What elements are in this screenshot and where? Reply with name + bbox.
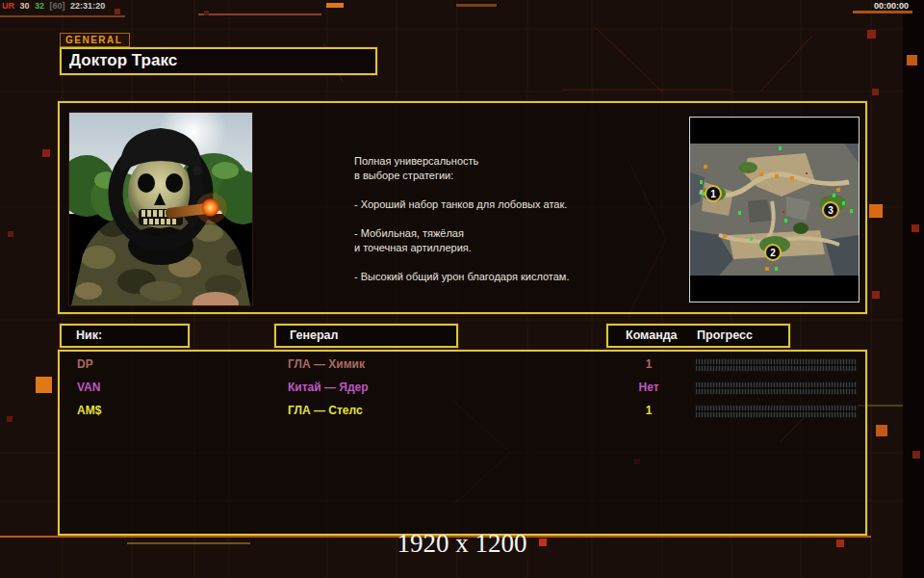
player-list-panel: DP ГЛА — Химик 1 VAN Китай — Ядер Нет AM… bbox=[58, 350, 867, 536]
player-general: ГЛА — Стелс bbox=[288, 404, 363, 417]
team-header-label: Команда bbox=[626, 328, 678, 342]
tab-general[interactable]: GENERAL bbox=[60, 33, 130, 47]
description-paragraph: Полная универсальность в выборе стратеги… bbox=[354, 154, 672, 183]
portrait-art bbox=[69, 113, 252, 305]
description-line: - Мобильная, тяжёлая bbox=[354, 227, 464, 239]
overlay-cap: [60] bbox=[50, 1, 65, 11]
description-line: Полная универсальность bbox=[354, 155, 478, 167]
player-row[interactable]: AM$ ГЛА — Стелс 1 bbox=[60, 400, 865, 423]
general-description: Полная универсальность в выборе стратеги… bbox=[354, 154, 672, 299]
player-nick: AM$ bbox=[77, 404, 101, 417]
description-paragraph: - Высокий общий урон благодаря кислотам. bbox=[354, 270, 672, 284]
overlay-value: 32 bbox=[35, 1, 44, 11]
page-title: Доктор Тракс bbox=[69, 51, 177, 70]
fps-clock-overlay: UR 30 32 [60] 22:31:20 bbox=[2, 1, 108, 11]
column-header-nick: Ник: bbox=[60, 324, 190, 348]
player-row[interactable]: VAN Китай — Ядер Нет bbox=[60, 377, 865, 400]
map-preview-art: 1 2 3 bbox=[690, 144, 859, 276]
general-header-label: Генерал bbox=[290, 328, 338, 342]
map-marker-2: 2 bbox=[770, 248, 776, 258]
overlay-clock: 22:31:20 bbox=[70, 1, 105, 11]
map-marker-3: 3 bbox=[828, 205, 834, 216]
description-paragraph: - Мобильная, тяжёлая и точечная артиллер… bbox=[354, 226, 672, 255]
general-profile-panel: Полная универсальность в выборе стратеги… bbox=[58, 101, 867, 314]
resolution-label: 1920 x 1200 bbox=[0, 529, 924, 559]
player-general: ГЛА — Химик bbox=[288, 357, 365, 371]
column-header-general: Генерал bbox=[274, 324, 458, 348]
description-paragraph: - Хороший набор танков для лобовых атак. bbox=[354, 197, 672, 212]
description-line: - Хороший набор танков для лобовых атак. bbox=[354, 198, 567, 210]
general-title-box: Доктор Тракс bbox=[60, 47, 377, 75]
game-screen: UR 30 32 [60] 22:31:20 00:00:00 GENERAL … bbox=[0, 0, 924, 578]
general-portrait bbox=[68, 112, 253, 306]
player-team: 1 bbox=[620, 404, 678, 417]
player-nick: DP bbox=[77, 357, 93, 371]
player-progress-bar bbox=[695, 381, 858, 395]
progress-header-label: Прогресс bbox=[697, 328, 753, 342]
description-line: и точечная артиллерия. bbox=[354, 242, 472, 253]
player-team: Нет bbox=[620, 381, 678, 394]
nick-header-label: Ник: bbox=[76, 328, 102, 342]
player-progress-bar bbox=[695, 358, 858, 372]
player-row[interactable]: DP ГЛА — Химик 1 bbox=[60, 354, 865, 377]
player-general: Китай — Ядер bbox=[288, 381, 369, 394]
overlay-fps: 30 bbox=[20, 1, 30, 11]
description-line: в выборе стратегии: bbox=[354, 170, 453, 181]
match-timer: 00:00:00 bbox=[874, 1, 909, 11]
overlay-tag: UR bbox=[2, 1, 14, 11]
map-preview: 1 2 3 bbox=[689, 117, 860, 302]
map-marker-1: 1 bbox=[710, 189, 716, 199]
player-nick: VAN bbox=[77, 381, 100, 394]
column-header-team-progress: Команда Прогресс bbox=[606, 324, 790, 348]
player-progress-bar bbox=[695, 405, 858, 418]
player-rows: DP ГЛА — Химик 1 VAN Китай — Ядер Нет AM… bbox=[60, 354, 865, 423]
description-line: - Высокий общий урон благодаря кислотам. bbox=[354, 271, 569, 282]
player-team: 1 bbox=[620, 357, 678, 371]
